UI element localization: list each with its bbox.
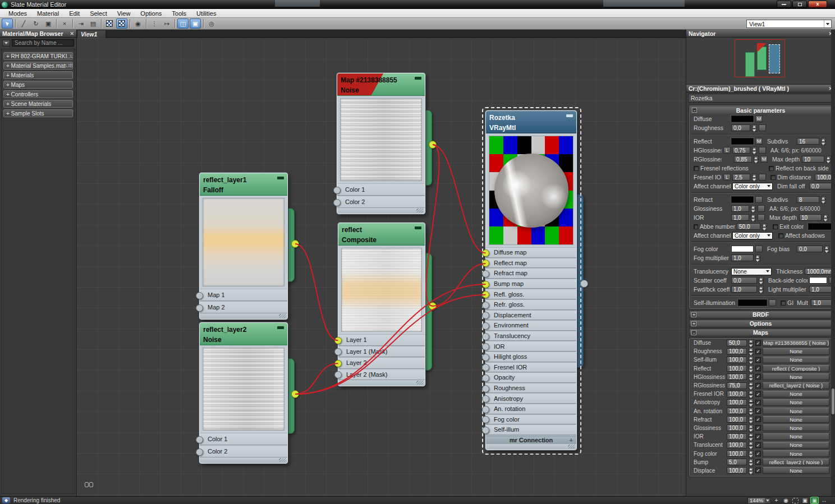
output-socket[interactable] bbox=[429, 141, 437, 149]
browser-item[interactable]: + Maps bbox=[3, 81, 73, 89]
map-enabled-checkbox[interactable]: ✓ bbox=[755, 400, 761, 405]
value-field[interactable]: 1,0 bbox=[731, 255, 754, 261]
value-field[interactable]: 0,75 bbox=[732, 147, 750, 154]
value-field[interactable]: 10 bbox=[799, 214, 822, 221]
map-enabled-checkbox[interactable]: ✓ bbox=[755, 340, 761, 346]
search-input[interactable]: Search by Name ... bbox=[12, 39, 74, 47]
spin-down-icon[interactable] bbox=[749, 352, 754, 355]
input-socket[interactable] bbox=[482, 364, 489, 371]
menu-options[interactable]: Options bbox=[135, 10, 167, 17]
node-header[interactable]: RozetkaVRayMtl bbox=[486, 111, 576, 133]
output-socket[interactable] bbox=[580, 280, 588, 288]
delete-selected-icon[interactable]: × bbox=[59, 19, 70, 29]
close-button[interactable]: x bbox=[808, 1, 827, 8]
input-socket[interactable] bbox=[333, 187, 341, 194]
spin-down-icon[interactable] bbox=[749, 377, 754, 381]
tab-view1[interactable]: View1 bbox=[77, 30, 106, 38]
resize-grip[interactable] bbox=[200, 457, 287, 463]
spinner[interactable] bbox=[759, 286, 764, 293]
parameter-editor-header[interactable]: Cr:(Chromium)_brushed ( VRayMtl ) ✕ bbox=[686, 85, 835, 93]
spin-down-icon[interactable] bbox=[749, 411, 754, 415]
input-socket[interactable] bbox=[482, 322, 489, 330]
map-amount-field[interactable]: 100,0 bbox=[727, 424, 747, 431]
move-children-icon[interactable]: ⇥ bbox=[75, 19, 86, 29]
map-slot-button[interactable]: None bbox=[763, 348, 829, 355]
menu-material[interactable]: Material bbox=[32, 10, 64, 17]
input-socket[interactable] bbox=[482, 354, 489, 361]
input-socket[interactable] bbox=[482, 427, 489, 434]
spinner[interactable] bbox=[749, 356, 754, 363]
input-socket[interactable] bbox=[482, 312, 489, 319]
rollout-brdf[interactable]: +BRDF bbox=[689, 311, 832, 318]
show-background-icon[interactable] bbox=[116, 19, 127, 29]
node-slot[interactable]: Hilight gloss bbox=[486, 352, 576, 362]
spinner[interactable] bbox=[823, 214, 828, 221]
browser-item[interactable]: + Sample Slots bbox=[3, 109, 73, 117]
value-field[interactable]: 1,0 bbox=[811, 299, 833, 306]
input-socket[interactable] bbox=[482, 374, 489, 382]
checkbox[interactable]: Fresnel reflections bbox=[694, 165, 760, 172]
spin-down-icon[interactable] bbox=[826, 159, 831, 163]
input-socket[interactable] bbox=[482, 416, 489, 423]
color-swatch[interactable] bbox=[808, 223, 833, 230]
browser-item[interactable]: + Materials bbox=[3, 71, 73, 79]
spin-down-icon[interactable] bbox=[749, 470, 754, 474]
chevron-down-icon[interactable] bbox=[824, 20, 831, 27]
node-slot[interactable]: Self-illum bbox=[486, 424, 576, 435]
layout-children-icon[interactable]: ▣ bbox=[190, 19, 201, 29]
spinner[interactable] bbox=[752, 147, 757, 154]
input-socket[interactable] bbox=[482, 333, 489, 340]
node-slot[interactable]: Map 1 bbox=[200, 289, 287, 301]
pan-view-icon[interactable]: ↔ bbox=[820, 497, 828, 504]
map-slot-button[interactable]: reflect_layer2 ( Noise ) bbox=[763, 459, 829, 465]
node-slot[interactable]: Roughness bbox=[486, 383, 576, 394]
checkbox[interactable]: Reflect on back side bbox=[769, 165, 829, 172]
map-amount-field[interactable]: 100,0 bbox=[727, 348, 747, 355]
spin-down-icon[interactable] bbox=[755, 258, 760, 262]
node-slot[interactable]: Color 2 bbox=[337, 196, 425, 208]
map-amount-field[interactable]: 100,0 bbox=[727, 399, 747, 406]
value-field[interactable]: 50,0 bbox=[737, 223, 760, 230]
value-field[interactable]: 8 bbox=[797, 196, 819, 203]
input-socket[interactable] bbox=[482, 281, 489, 288]
spin-down-icon[interactable] bbox=[749, 462, 754, 466]
small-button[interactable] bbox=[759, 147, 766, 154]
node-slot[interactable]: Color 1 bbox=[337, 183, 425, 196]
map-enabled-checkbox[interactable]: ✓ bbox=[755, 459, 761, 465]
input-socket[interactable] bbox=[482, 343, 489, 350]
checkbox[interactable]: Abbe number bbox=[694, 223, 735, 230]
spinner[interactable] bbox=[749, 408, 754, 415]
value-field[interactable]: 1,0 bbox=[731, 286, 757, 293]
small-button[interactable] bbox=[755, 196, 763, 203]
map-enabled-checkbox[interactable]: ✓ bbox=[755, 366, 761, 371]
value-field[interactable]: 10 bbox=[802, 156, 824, 163]
map-slot-button[interactable]: reflect ( Composite ) bbox=[763, 365, 829, 372]
small-button[interactable] bbox=[769, 299, 776, 306]
collapse-icon[interactable] bbox=[415, 226, 421, 229]
map-enabled-checkbox[interactable]: ✓ bbox=[755, 374, 761, 380]
spinner[interactable] bbox=[749, 348, 754, 355]
node-header[interactable]: reflectComposite bbox=[338, 223, 425, 246]
map-enabled-checkbox[interactable]: ✓ bbox=[755, 425, 761, 431]
map-slot-button[interactable]: None bbox=[763, 399, 829, 406]
node-slot[interactable]: Anisotropy bbox=[486, 393, 576, 404]
spin-down-icon[interactable] bbox=[749, 368, 754, 372]
input-socket[interactable] bbox=[196, 436, 203, 443]
node-header[interactable]: reflect_layer2Noise bbox=[200, 323, 287, 345]
checkbox-box[interactable] bbox=[773, 224, 778, 229]
input-socket[interactable] bbox=[482, 270, 489, 278]
spinner[interactable] bbox=[762, 223, 767, 230]
value-field[interactable]: 1000,0mm bbox=[805, 268, 832, 275]
checkbox-box[interactable] bbox=[778, 233, 783, 238]
checkbox-box[interactable] bbox=[694, 224, 698, 229]
map-amount-field[interactable]: 100,0 bbox=[727, 357, 747, 363]
spin-down-icon[interactable] bbox=[821, 141, 826, 145]
zoom-tool-icon[interactable]: ◉ bbox=[782, 497, 790, 504]
spin-down-icon[interactable] bbox=[759, 280, 764, 284]
spin-down-icon[interactable] bbox=[821, 200, 826, 204]
map-enabled-checkbox[interactable]: ✓ bbox=[755, 434, 761, 440]
value-field[interactable]: 0,85 bbox=[734, 156, 752, 163]
spinner[interactable] bbox=[824, 246, 829, 253]
spinner[interactable] bbox=[752, 174, 757, 181]
map-slot-button[interactable]: None bbox=[763, 467, 829, 474]
